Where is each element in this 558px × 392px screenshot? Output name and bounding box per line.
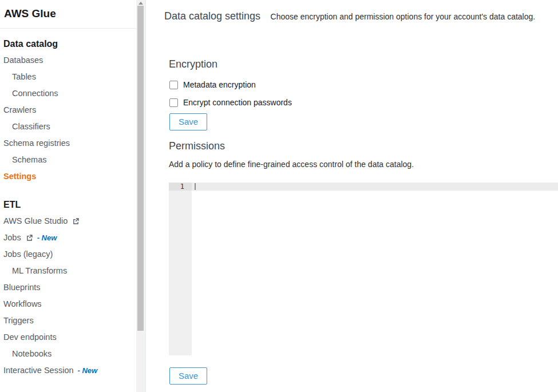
sidebar-item-blueprints[interactable]: Blueprints bbox=[0, 279, 136, 296]
sidebar-section-data-catalog: Data catalog Databases Tables Connection… bbox=[0, 35, 136, 185]
sidebar-item-settings[interactable]: Settings bbox=[0, 168, 136, 185]
sidebar-item-dev-endpoints[interactable]: Dev endpoints bbox=[0, 329, 136, 346]
app-title: AWS Glue bbox=[0, 0, 136, 29]
sidebar-item-workflows[interactable]: Workflows bbox=[0, 296, 136, 312]
encrypt-connection-passwords-checkbox[interactable] bbox=[169, 98, 178, 107]
editor-gutter: 1 bbox=[169, 183, 192, 355]
permissions-save-button[interactable]: Save bbox=[169, 367, 207, 385]
editor-active-line bbox=[192, 183, 558, 191]
sidebar-scrollbar[interactable] bbox=[136, 0, 145, 392]
sidebar-section-etl: ETL AWS Glue Studio Jobs- New Jobs (lega… bbox=[0, 196, 136, 379]
sidebar-item-databases[interactable]: Databases bbox=[0, 52, 136, 69]
scroll-up-icon[interactable] bbox=[136, 0, 145, 6]
external-link-icon bbox=[72, 214, 80, 231]
checkbox-label: Metadata encryption bbox=[183, 80, 256, 89]
metadata-encryption-row[interactable]: Metadata encryption bbox=[169, 78, 558, 91]
sidebar-item-jobs[interactable]: Jobs- New bbox=[0, 229, 136, 246]
encrypt-connection-passwords-row[interactable]: Encrypt connection passwords bbox=[169, 96, 558, 109]
sidebar-item-triggers[interactable]: Triggers bbox=[0, 312, 136, 329]
external-link-icon bbox=[26, 231, 33, 247]
sidebar-item-schemas[interactable]: Schemas bbox=[0, 152, 136, 168]
sidebar-heading-data-catalog: Data catalog bbox=[0, 35, 136, 52]
page-title: Data catalog settings bbox=[164, 10, 260, 22]
sidebar-item-tables[interactable]: Tables bbox=[0, 69, 136, 85]
encryption-save-button[interactable]: Save bbox=[169, 113, 207, 130]
sidebar-item-ml-transforms[interactable]: ML Transforms bbox=[0, 263, 136, 279]
new-badge: - New bbox=[78, 366, 98, 375]
sidebar-item-crawlers[interactable]: Crawlers bbox=[0, 102, 136, 118]
page-header: Data catalog settings Choose encryption … bbox=[164, 10, 558, 23]
new-badge: - New bbox=[37, 233, 57, 242]
page-description: Choose encryption and permission options… bbox=[271, 12, 536, 21]
sidebar-item-classifiers[interactable]: Classifiers bbox=[0, 118, 136, 135]
sidebar-item-aws-glue-studio[interactable]: AWS Glue Studio bbox=[0, 213, 136, 229]
encryption-heading: Encryption bbox=[169, 58, 558, 70]
policy-editor[interactable]: 1 bbox=[169, 183, 558, 355]
checkbox-label: Encrypt connection passwords bbox=[183, 98, 292, 107]
sidebar-item-interactive-session[interactable]: Interactive Session- New bbox=[0, 362, 136, 379]
editor-line-number: 1 bbox=[169, 183, 192, 191]
editor-cursor bbox=[195, 183, 196, 190]
sidebar-item-schema-registries[interactable]: Schema registries bbox=[0, 135, 136, 152]
permissions-heading: Permissions bbox=[169, 140, 558, 152]
sidebar-item-connections[interactable]: Connections bbox=[0, 85, 136, 102]
metadata-encryption-checkbox[interactable] bbox=[169, 81, 178, 89]
sidebar-scrollbar-thumb[interactable] bbox=[137, 6, 144, 331]
sidebar: AWS Glue Data catalog Databases Tables C… bbox=[0, 0, 146, 392]
main-content: Data catalog settings Choose encryption … bbox=[147, 0, 558, 392]
sidebar-item-notebooks[interactable]: Notebooks bbox=[0, 346, 136, 362]
permissions-description: Add a policy to define fine-grained acce… bbox=[169, 160, 558, 169]
sidebar-heading-etl: ETL bbox=[0, 196, 136, 213]
sidebar-item-jobs-legacy[interactable]: Jobs (legacy) bbox=[0, 246, 136, 263]
